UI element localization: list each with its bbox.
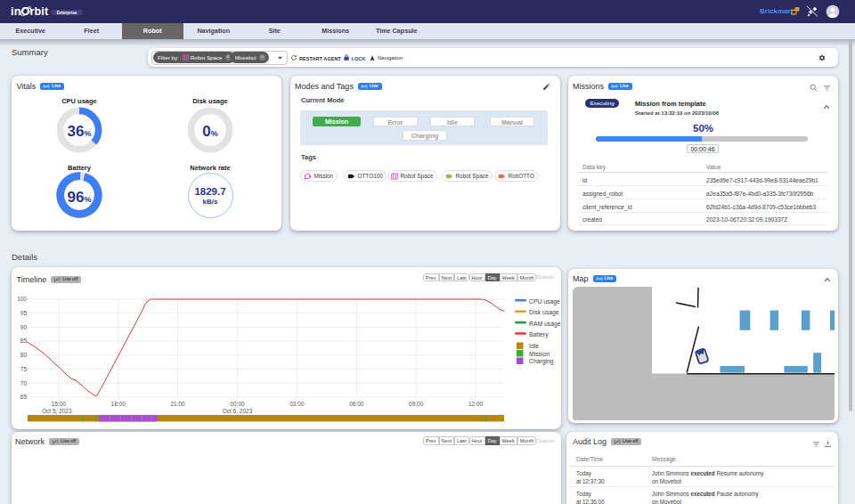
svg-text:80: 80	[20, 352, 28, 358]
svg-text:Mission: Mission	[529, 351, 550, 357]
svg-text:18:00: 18:00	[111, 401, 126, 407]
svg-text:Idle: Idle	[529, 343, 539, 349]
svg-text:Battery: Battery	[529, 331, 549, 338]
svg-text:00:00: 00:00	[230, 401, 245, 407]
svg-text:85: 85	[20, 337, 28, 344]
svg-text:95: 95	[20, 310, 28, 316]
svg-text:RAM usage: RAM usage	[529, 321, 561, 328]
svg-text:03:00: 03:00	[289, 401, 305, 407]
svg-text:70: 70	[20, 380, 28, 386]
svg-text:90: 90	[20, 324, 28, 330]
svg-text:65: 65	[20, 394, 28, 400]
svg-text:09:00: 09:00	[409, 401, 424, 407]
svg-text:Disk usage: Disk usage	[529, 309, 559, 316]
svg-text:15:00: 15:00	[52, 401, 67, 407]
svg-text:12:00: 12:00	[468, 401, 484, 407]
svg-text:CPU usage: CPU usage	[529, 298, 560, 305]
svg-text:06:00: 06:00	[349, 401, 364, 407]
svg-text:100: 100	[17, 296, 27, 302]
svg-text:Oct 6, 2023: Oct 6, 2023	[223, 408, 253, 414]
svg-text:21:00: 21:00	[170, 401, 185, 407]
svg-text:Charging: Charging	[529, 358, 554, 365]
svg-text:Oct 5, 2023: Oct 5, 2023	[42, 408, 72, 414]
svg-text:75: 75	[20, 366, 28, 372]
